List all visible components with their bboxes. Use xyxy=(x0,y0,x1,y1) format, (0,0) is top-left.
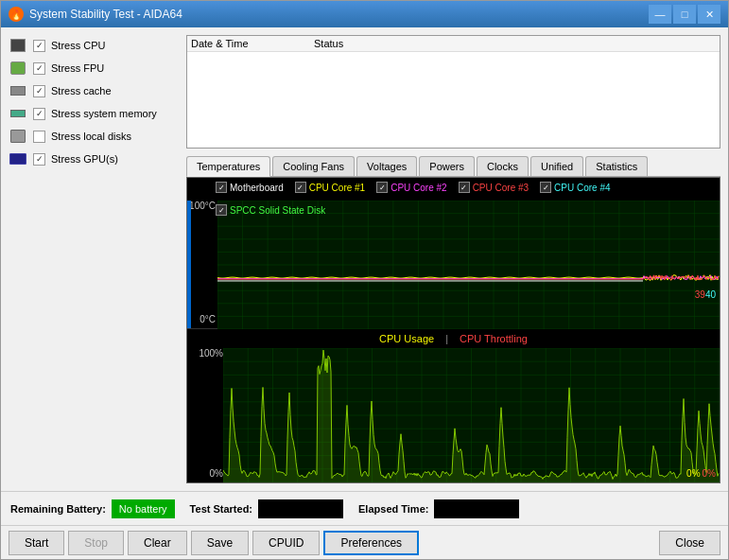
stress-disks-checkbox[interactable] xyxy=(33,131,45,143)
cpu-usage-chart: CPU Usage | CPU Throttling 100% 0% 0% xyxy=(187,329,720,482)
elapsed-status: Elapsed Time: xyxy=(358,499,519,518)
stress-item-memory: Stress system memory xyxy=(9,103,179,124)
window-title: System Stability Test - AIDA64 xyxy=(29,8,182,21)
cpu-val1: 0% xyxy=(686,468,700,479)
tab-clocks[interactable]: Clocks xyxy=(477,156,529,176)
test-started-status: Test Started: xyxy=(190,499,343,518)
legend-cpu1-checkbox[interactable]: ✓ xyxy=(295,182,306,193)
legend-cpu4-checkbox[interactable]: ✓ xyxy=(540,182,551,193)
elapsed-label: Elapsed Time: xyxy=(358,503,428,515)
tab-unified[interactable]: Unified xyxy=(530,156,583,176)
legend-spcc-checkbox[interactable]: ✓ xyxy=(216,204,227,216)
legend-cpu-core2: ✓ CPU Core #2 xyxy=(376,182,446,193)
tabs-section: Temperatures Cooling Fans Voltages Power… xyxy=(186,149,720,483)
log-area: Date & Time Status xyxy=(186,35,720,149)
stress-gpu-checkbox[interactable] xyxy=(33,153,45,166)
stress-memory-checkbox[interactable] xyxy=(33,108,45,120)
tab-bar: Temperatures Cooling Fans Voltages Power… xyxy=(186,156,720,177)
title-bar-left: 🔥 System Stability Test - AIDA64 xyxy=(9,7,182,22)
cpu-canvas xyxy=(223,348,720,482)
stress-cache-checkbox[interactable] xyxy=(33,85,45,97)
cpu-y-bottom: 0% xyxy=(210,468,223,479)
battery-status: Remaining Battery: No battery xyxy=(10,499,175,518)
cpuid-button[interactable]: CPUID xyxy=(252,531,320,555)
temp-val2: 40 xyxy=(705,289,716,300)
minimize-button[interactable]: — xyxy=(649,5,671,24)
close-window-button[interactable]: ✕ xyxy=(698,5,720,24)
fpu-stress-icon xyxy=(9,61,27,76)
temp-y-bottom: 0°C xyxy=(200,314,216,324)
stress-memory-label: Stress system memory xyxy=(51,108,157,119)
title-controls: — □ ✕ xyxy=(649,5,720,24)
tab-voltages[interactable]: Voltages xyxy=(356,156,417,176)
legend-cpu2-label: CPU Core #2 xyxy=(391,183,446,193)
legend-cpu-core3: ✓ CPU Core #3 xyxy=(459,182,529,193)
tab-temperatures[interactable]: Temperatures xyxy=(186,156,270,177)
test-started-value xyxy=(258,499,343,518)
stress-fpu-checkbox[interactable] xyxy=(33,62,45,75)
cache-stress-icon xyxy=(9,83,27,98)
right-panel: Date & Time Status Temperatures Cooling … xyxy=(186,35,720,483)
legend-cpu4-label: CPU Core #4 xyxy=(554,183,610,193)
legend-motherboard: ✓ Motherboard xyxy=(216,182,284,193)
cpu-separator: | xyxy=(445,333,448,344)
legend-spcc-label: SPCC Solid State Disk xyxy=(230,205,325,216)
stress-item-disks: Stress local disks xyxy=(9,126,179,147)
gpu-stress-icon xyxy=(9,151,27,166)
legend-cpu3-label: CPU Core #3 xyxy=(473,183,529,193)
cpu-chart-legend: CPU Usage | CPU Throttling xyxy=(379,333,528,344)
stress-gpu-label: Stress GPU(s) xyxy=(51,153,118,165)
legend-cpu-core1: ✓ CPU Core #1 xyxy=(295,182,365,193)
legend-cpu3-checkbox[interactable]: ✓ xyxy=(459,182,470,193)
tab-statistics[interactable]: Statistics xyxy=(585,156,648,176)
main-content: Stress CPU Stress FPU Stress cache xyxy=(1,27,728,491)
log-header: Date & Time Status xyxy=(187,36,720,52)
log-status-header: Status xyxy=(314,38,716,49)
stress-disks-label: Stress local disks xyxy=(51,131,131,142)
start-button[interactable]: Start xyxy=(9,531,64,555)
app-icon: 🔥 xyxy=(9,7,24,22)
memory-stress-icon xyxy=(9,106,27,121)
stop-button[interactable]: Stop xyxy=(68,531,124,555)
stress-item-cache: Stress cache xyxy=(9,80,179,101)
stress-cpu-label: Stress CPU xyxy=(51,40,105,51)
cpu-usage-label: CPU Usage xyxy=(379,333,434,344)
legend-cpu1-label: CPU Core #1 xyxy=(309,183,365,193)
log-date-header: Date & Time xyxy=(191,38,314,49)
stress-cache-label: Stress cache xyxy=(51,85,112,96)
elapsed-value xyxy=(434,499,519,518)
temp-end-values: 39 40 xyxy=(695,289,716,300)
maximize-button[interactable]: □ xyxy=(673,5,696,24)
test-started-label: Test Started: xyxy=(190,503,252,515)
left-panel: Stress CPU Stress FPU Stress cache xyxy=(9,35,179,483)
left-indicator xyxy=(187,201,191,328)
stress-cpu-checkbox[interactable] xyxy=(33,40,45,52)
legend-cpu2-checkbox[interactable]: ✓ xyxy=(376,182,388,193)
cpu-y-top: 100% xyxy=(199,348,223,359)
legend-motherboard-checkbox[interactable]: ✓ xyxy=(216,182,227,193)
battery-label: Remaining Battery: xyxy=(10,503,106,515)
temperature-canvas xyxy=(217,201,720,329)
status-bar: Remaining Battery: No battery Test Start… xyxy=(1,491,728,525)
temp-chart-legend: ✓ Motherboard ✓ CPU Core #1 ✓ CPU Core #… xyxy=(216,182,716,216)
clear-button[interactable]: Clear xyxy=(128,531,187,555)
stress-item-fpu: Stress FPU xyxy=(9,58,179,79)
preferences-button[interactable]: Preferences xyxy=(323,531,419,555)
cpu-val2: 0% xyxy=(703,468,716,479)
legend-spcc: ✓ SPCC Solid State Disk xyxy=(216,204,325,216)
legend-motherboard-label: Motherboard xyxy=(230,183,284,193)
cpu-throttle-label: CPU Throttling xyxy=(460,333,528,344)
save-button[interactable]: Save xyxy=(191,531,249,555)
title-bar: 🔥 System Stability Test - AIDA64 — □ ✕ xyxy=(1,1,728,27)
stress-item-gpu: Stress GPU(s) xyxy=(9,149,179,169)
tab-cooling[interactable]: Cooling Fans xyxy=(272,156,355,176)
main-window: 🔥 System Stability Test - AIDA64 — □ ✕ S… xyxy=(0,0,729,560)
button-bar: Start Stop Clear Save CPUID Preferences … xyxy=(1,525,728,559)
temp-val1: 39 xyxy=(695,289,705,300)
close-button[interactable]: Close xyxy=(659,531,720,555)
disk-stress-icon xyxy=(9,129,27,144)
stress-item-cpu: Stress CPU xyxy=(9,35,179,56)
cpu-stress-icon xyxy=(9,38,27,53)
battery-value: No battery xyxy=(112,499,175,518)
tab-powers[interactable]: Powers xyxy=(419,156,475,176)
